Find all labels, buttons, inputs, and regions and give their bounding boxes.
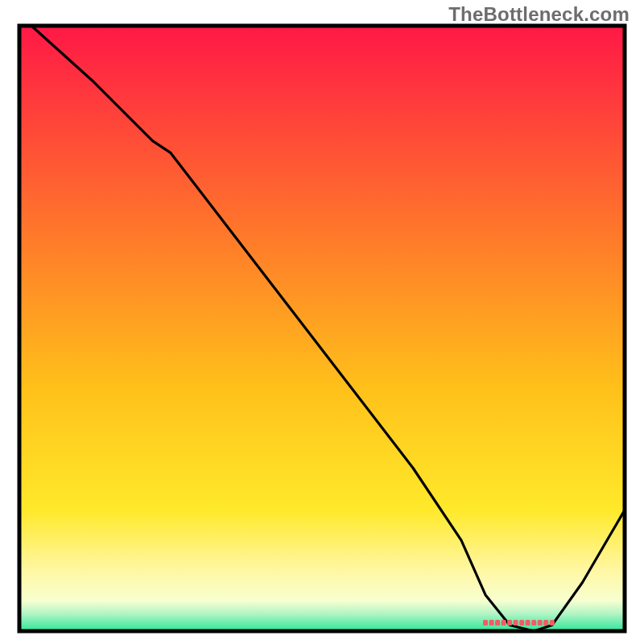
svg-rect-4	[507, 620, 512, 625]
chart-stage: TheBottleneck.com	[0, 0, 644, 644]
svg-rect-5	[514, 620, 518, 625]
svg-rect-9	[538, 620, 543, 625]
svg-rect-6	[519, 620, 524, 625]
svg-rect-1	[489, 620, 494, 625]
svg-rect-8	[531, 620, 536, 625]
chart-svg	[16, 23, 628, 634]
plot-area	[16, 23, 628, 634]
svg-rect-10	[543, 620, 548, 625]
svg-rect-11	[550, 620, 555, 625]
svg-rect-7	[526, 620, 530, 625]
svg-rect-0	[483, 620, 488, 625]
svg-rect-3	[502, 620, 506, 625]
svg-rect-2	[495, 620, 500, 625]
gradient-background	[19, 26, 625, 631]
